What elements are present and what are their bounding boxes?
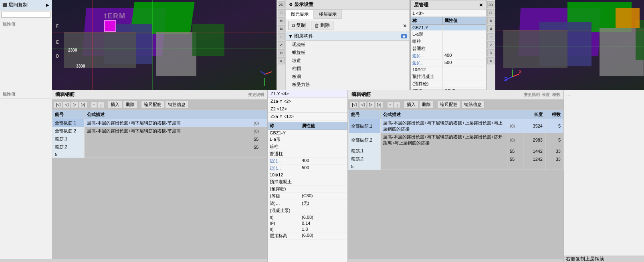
scroll-h-rebar-left[interactable]	[52, 259, 267, 262]
rebar-up-btn[interactable]: ↑	[91, 102, 97, 108]
zoom-btn-right[interactable]: ⊕	[487, 17, 495, 24]
rebar-extra-3-right: 55	[507, 147, 523, 155]
layer-list-z1ay[interactable]: Z1a-Y <2>	[268, 98, 347, 105]
layer-item-luoxuanban[interactable]: 螺旋板	[286, 49, 409, 57]
frame-btn-left[interactable]: □	[278, 9, 285, 16]
lm-item-1[interactable]: 1 <8>	[411, 10, 486, 17]
lm-b-row-11[interactable]: 浇)… (无)	[268, 200, 347, 207]
zoom-btn-left[interactable]: ⊕	[278, 17, 285, 24]
expand-icon[interactable]: ▶	[46, 3, 49, 7]
layer-item-banshoulijin[interactable]: 板受力筋	[286, 81, 409, 89]
delete-btn[interactable]: 🗑 删除	[311, 21, 333, 30]
lm-b-row-2[interactable]: L-a形	[268, 136, 347, 143]
lm-b-row-13[interactable]: n) (6.08)	[268, 214, 347, 220]
lm-b-row-5[interactable]: 边)(... 400	[268, 158, 347, 165]
lm-b-row-1[interactable]: GBZ1-Y	[268, 130, 347, 136]
frame-btn-right[interactable]: □	[487, 9, 495, 16]
lm-b-row-15[interactable]: n) 1.8	[268, 226, 347, 232]
rebar-last-btn[interactable]: ▷|	[79, 101, 87, 108]
lm-b-row-4[interactable]: 普通柱	[268, 150, 347, 158]
rebar-delete-btn[interactable]: 删除	[123, 101, 137, 108]
lm-row-ptz[interactable]: 普通柱	[411, 45, 486, 52]
rotate-btn-right[interactable]: ⤢	[487, 41, 495, 48]
close-layer-mgmt[interactable]: ✕	[479, 2, 483, 8]
lm-row-z1y[interactable]: GBZ1-Y	[411, 25, 486, 31]
rebar-next-btn-r[interactable]: ▷	[367, 101, 374, 108]
rebar-first-btn-r[interactable]: |◁	[350, 101, 358, 108]
expand-btn-right[interactable]: ⧉	[487, 25, 495, 32]
lm-row-grade[interactable]: (等级 (C30)	[411, 88, 486, 90]
lm-b-row-9[interactable]: (预拌砼)	[268, 186, 347, 193]
lm-b-row-7[interactable]: 10⊕12	[268, 172, 347, 178]
pan-btn-left[interactable]: ↔	[278, 33, 285, 40]
rebar-down-btn[interactable]: ↓	[98, 102, 104, 108]
lm-b-row-16[interactable]: 层顶标高 (6.08)	[268, 232, 347, 240]
pan-btn-right[interactable]: ↔	[487, 33, 495, 40]
lm-b-row-6[interactable]: 边)(... 500	[268, 165, 347, 172]
rebar-first-btn[interactable]: |◁	[54, 101, 62, 108]
lm-b-row-14[interactable]: n²) 0.14	[268, 220, 347, 226]
lm-row-bian1[interactable]: 边)(… 400	[411, 52, 486, 60]
copy-btn[interactable]: ⧉ 复制	[288, 21, 309, 30]
more-btn[interactable]: »	[403, 22, 407, 29]
rebar-info-btn-r[interactable]: 钢筋信息	[461, 101, 485, 108]
left-sidebar-content: 属性值	[0, 19, 52, 90]
display-settings-panel: ⚙ 显示设置 图元显示 楼层显示 ⧉ 复制 🗑 删除 »	[285, 0, 410, 90]
rebar-insert-btn-r[interactable]: 插入	[404, 101, 418, 108]
layer-list-z2a[interactable]: Z2a-Y <12>	[268, 113, 347, 120]
dim-label-1: 2300	[68, 48, 77, 52]
rebar-info-btn[interactable]: 钢筋信息	[165, 101, 188, 108]
settings-btn-left[interactable]: ≡	[278, 57, 285, 64]
layer-item-bandong[interactable]: 板洞	[286, 73, 409, 81]
lm-row-yubz[interactable]: (预拌砼)	[411, 80, 486, 88]
rebar-down-btn-r[interactable]: ↓	[394, 102, 400, 108]
rebar-prev-btn[interactable]: ◁	[63, 101, 70, 108]
rebar-prev-btn-r[interactable]: ◁	[359, 101, 366, 108]
rebar-up-btn-r[interactable]: ↑	[387, 102, 394, 108]
2d-btn-right[interactable]: 2D	[487, 1, 495, 8]
layer-list-z1y[interactable]: Z1-Y <4>	[268, 90, 347, 98]
search-input[interactable]	[1, 12, 50, 18]
rebar-delete-btn-r[interactable]: 删除	[419, 101, 434, 108]
rebar-table-wrap-left: 筋号 公式描述 全部纵筋.1 层高-本层的露出长度+与下层钢筋的搭接-节点高 (…	[52, 110, 267, 259]
orbit-btn-right[interactable]: ⊙	[487, 49, 495, 56]
rebar-row-4-right[interactable]: 箍筋.2 55 1242 33	[349, 155, 563, 163]
lm-b-row-12[interactable]: (混凝土泵)	[268, 207, 347, 214]
layer-list-z2[interactable]: Z2 <12>	[268, 105, 347, 113]
layer-item-zhuma[interactable]: 柱帽	[286, 65, 409, 73]
lm-row-10d12[interactable]: 10⊕12	[411, 67, 486, 73]
rebar-row-3-left[interactable]: 箍筋.1 55	[52, 135, 267, 143]
lm-row-bian2[interactable]: 边)(... 500	[411, 60, 486, 67]
rotate-btn-left[interactable]: ⤢	[278, 41, 285, 48]
layer-item-xianjiao[interactable]: 现浇板	[286, 41, 409, 49]
rebar-scale-btn[interactable]: 缩尺配筋	[141, 101, 164, 108]
layer-group-tu[interactable]: ▼ 图层构件 ■	[286, 32, 409, 41]
tab-element-display[interactable]: 图元显示	[286, 10, 314, 19]
lm-row-la[interactable]: L-a形	[411, 31, 486, 38]
rebar-row-1-right[interactable]: 全部纵筋.1 层高-本层的露出长度+与下层钢筋的搭接+上层露出长度+与上层钢筋的…	[349, 119, 563, 133]
rebar-row-4-left[interactable]: 箍筋.2 55	[52, 143, 267, 151]
rebar-insert-btn[interactable]: 插入	[108, 101, 122, 108]
viewport-left[interactable]: 2300 3300 F E D tERM	[52, 0, 277, 90]
lm-row-prebeton[interactable]: 预拌混凝土	[411, 73, 486, 80]
rebar-row-1-left[interactable]: 全部纵筋.1 层高-本层的露出长度+与下层钢筋的搭接-节点高 (0)	[52, 119, 267, 127]
settings-btn-right[interactable]: ≡	[487, 57, 495, 64]
rebar-row-2-right[interactable]: 全部纵筋.2 层高-本层的露出长度+与下层钢筋的搭接+上层露出长度+搭开距离+与…	[349, 133, 563, 147]
rebar-next-btn[interactable]: ▷	[71, 101, 78, 108]
rebar-row-3-right[interactable]: 箍筋.1 55 1442 33	[349, 147, 563, 155]
rebar-scale-btn-r[interactable]: 缩尺配筋	[437, 101, 460, 108]
scroll-h-bl[interactable]	[0, 259, 52, 262]
scroll-h-rebar-right[interactable]	[348, 259, 563, 262]
lm-row-anzhu[interactable]: 暗柱	[411, 38, 486, 45]
layer-item-podao[interactable]: 坡道	[286, 57, 409, 65]
lm-b-row-10[interactable]: (等级 (C30)	[268, 193, 347, 200]
lm-b-row-3[interactable]: 暗柱	[268, 143, 347, 150]
expand-btn-left[interactable]: ⧉	[278, 25, 285, 32]
viewport-right[interactable]: X Y Z 100 B 400	[495, 0, 644, 90]
rebar-last-btn-r[interactable]: ▷|	[375, 101, 384, 108]
tab-floor-display[interactable]: 楼层显示	[314, 10, 342, 19]
orbit-btn-left[interactable]: ⊙	[278, 49, 285, 56]
rebar-row-2-left[interactable]: 全部纵筋.2 层高-本层的露出长度+与下层钢筋的搭接-节点高 (0)	[52, 127, 267, 135]
2d-btn-left[interactable]: 2D	[278, 1, 285, 8]
lm-b-row-8[interactable]: 预拌混凝土	[268, 178, 347, 186]
